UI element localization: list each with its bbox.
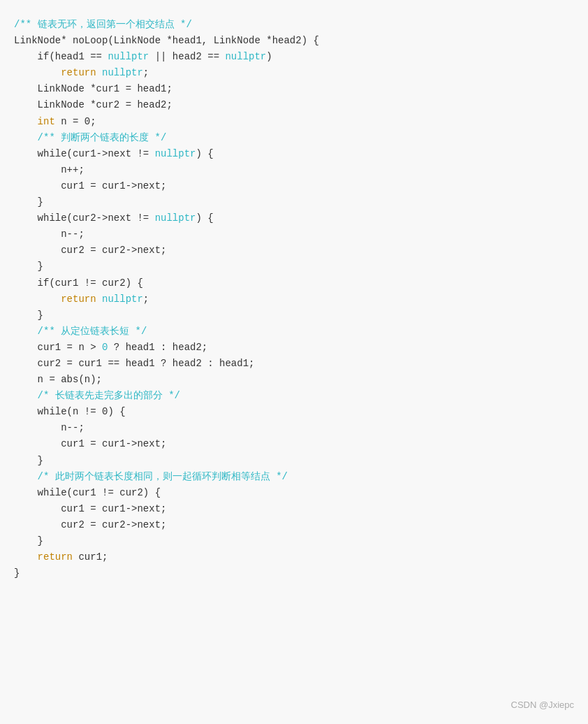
code-line: while(cur1->next != nullptr) { (14, 146, 574, 162)
code-line: while(cur1 != cur2) { (14, 485, 574, 501)
code-line: } (14, 259, 574, 275)
code-line: LinkNode *cur1 = head1; (14, 81, 574, 97)
code-line: cur1 = n > 0 ? head1 : head2; (14, 340, 574, 356)
code-line: LinkNode* noLoop(LinkNode *head1, LinkNo… (14, 33, 574, 49)
code-line: cur1 = cur1->next; (14, 501, 574, 517)
code-line: cur1 = cur1->next; (14, 178, 574, 194)
code-line: if(cur1 != cur2) { (14, 275, 574, 291)
code-line: if(head1 == nullptr || head2 == nullptr) (14, 49, 574, 65)
code-line: } (14, 453, 574, 469)
code-line: } (14, 533, 574, 549)
code-line: n--; (14, 420, 574, 436)
code-line: return nullptr; (14, 65, 574, 81)
code-line: cur2 = cur2->next; (14, 242, 574, 259)
code-line: /* 长链表先走完多出的部分 */ (14, 388, 574, 404)
code-line: while(n != 0) { (14, 404, 574, 420)
code-line: return cur1; (14, 549, 574, 565)
code-line: } (14, 565, 574, 581)
code-line: cur1 = cur1->next; (14, 436, 574, 452)
code-line: } (14, 307, 574, 324)
code-line: LinkNode *cur2 = head2; (14, 97, 574, 113)
code-line: /** 链表无环，返回第一个相交结点 */ (14, 17, 574, 33)
code-line: cur2 = cur2->next; (14, 517, 574, 533)
code-line: while(cur2->next != nullptr) { (14, 210, 574, 226)
code-line: n++; (14, 162, 574, 178)
code-line: } (14, 194, 574, 210)
watermark: CSDN @Jxiepc (511, 698, 575, 713)
code-line: n--; (14, 226, 574, 242)
code-block: /** 链表无环，返回第一个相交结点 */ LinkNode* noLoop(L… (14, 11, 574, 587)
code-line: /* 此时两个链表长度相同，则一起循环判断相等结点 */ (14, 469, 574, 485)
code-line: /** 从定位链表长短 */ (14, 324, 574, 340)
code-line: n = abs(n); (14, 372, 574, 388)
code-line: return nullptr; (14, 291, 574, 307)
code-line: cur2 = cur1 == head1 ? head2 : head1; (14, 356, 574, 372)
code-line: int n = 0; (14, 114, 574, 130)
code-line: /** 判断两个链表的长度 */ (14, 130, 574, 146)
